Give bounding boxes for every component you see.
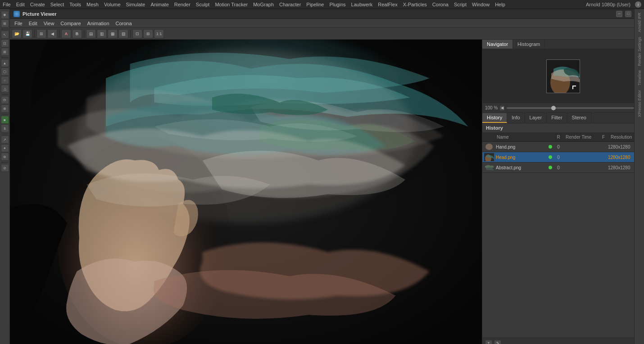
right-panel: Navigator Histogram: [482, 40, 644, 344]
pv-tool-save[interactable]: 💾: [23, 29, 32, 38]
pv-tool-prev[interactable]: ◀: [47, 29, 57, 38]
pv-tool-open[interactable]: 📂: [12, 29, 22, 38]
panel-timeline[interactable]: Timeline: [636, 68, 643, 87]
info-icon[interactable]: i: [635, 1, 641, 8]
pv-menu-animation[interactable]: Animation: [85, 20, 112, 27]
panel-spacer: [482, 231, 644, 338]
tool-btn-5[interactable]: ⊞: [1, 48, 9, 56]
history-row-hand[interactable]: Hand.png 0 1280x1280: [482, 142, 644, 152]
zoom-decrease[interactable]: ◀: [499, 105, 505, 111]
tool-btn-7[interactable]: ⬡: [1, 68, 9, 76]
pv-tool-a[interactable]: A: [61, 29, 71, 38]
pv-tool-checkers[interactable]: ⊞: [36, 29, 46, 38]
layout-label: Arnold 1080p (User): [586, 2, 630, 7]
pv-menu-edit[interactable]: Edit: [26, 20, 40, 27]
tool-btn-17[interactable]: ⊘: [1, 164, 9, 172]
nav-cursor: [572, 86, 576, 89]
menu-x-particles[interactable]: X-Particles: [403, 2, 427, 7]
pv-menu-corona[interactable]: Corona: [113, 20, 135, 27]
render-image: [10, 40, 482, 344]
pv-tool-compare2[interactable]: ▥: [97, 29, 107, 38]
tool-btn-3[interactable]: ↖: [1, 31, 9, 39]
pv-menu-file[interactable]: File: [12, 20, 25, 27]
tab-layer[interactable]: Layer: [525, 113, 547, 123]
tool-btn-6[interactable]: ▲: [1, 59, 9, 67]
panel-arnold-ipr[interactable]: Arnold IPR: [636, 11, 643, 34]
image-area[interactable]: [10, 40, 482, 344]
tab-stereo[interactable]: Stereo: [567, 113, 591, 123]
svg-point-7: [485, 144, 493, 150]
menu-corona[interactable]: Corona: [432, 2, 449, 7]
history-row-head[interactable]: Head.png 0 1280x1280: [482, 152, 644, 163]
pv-menubar: File Edit View Compare Animation Corona: [10, 19, 644, 28]
row-thumb-hand: [484, 143, 494, 151]
minimize-button[interactable]: ─: [616, 11, 622, 17]
nav-thumbnail[interactable]: [546, 59, 580, 93]
tool-btn-14[interactable]: ↗: [1, 136, 9, 144]
tool-btn-8[interactable]: ○: [1, 76, 9, 84]
menu-animate[interactable]: Animate: [150, 2, 168, 7]
panel-xpresso[interactable]: XPresso Editor: [636, 88, 643, 119]
menu-motion-tracker[interactable]: Motion Tracker: [215, 2, 248, 7]
tool-btn-2[interactable]: ⊞: [1, 19, 9, 27]
tool-btn-9[interactable]: △: [1, 85, 9, 93]
zoom-handle[interactable]: [551, 106, 556, 110]
tool-btn-12[interactable]: ■: [1, 116, 9, 124]
pv-menu-view[interactable]: View: [41, 20, 57, 27]
menu-file[interactable]: File: [3, 2, 11, 7]
thumb-hand-image: [484, 143, 494, 151]
maximize-button[interactable]: □: [625, 11, 631, 17]
tab-histogram[interactable]: Histogram: [513, 40, 545, 49]
tab-filter[interactable]: Filter: [547, 113, 567, 123]
menu-window[interactable]: Window: [472, 2, 490, 7]
panel-render-settings[interactable]: Render Settings: [636, 35, 643, 68]
pv-menu-compare[interactable]: Compare: [58, 20, 83, 27]
tool-btn-16[interactable]: ⊚: [1, 153, 9, 161]
row-r-abstract: 0: [554, 165, 563, 170]
row-dot-head: [549, 155, 552, 159]
tool-btn-4[interactable]: ⊡: [1, 39, 9, 47]
tool-btn-15[interactable]: ✦: [1, 144, 9, 152]
menu-tools[interactable]: Tools: [69, 2, 81, 7]
os-menubar: File Edit Create Select Tools Mesh Volum…: [0, 0, 644, 9]
menu-render[interactable]: Render: [174, 2, 190, 7]
thumb-abstract-image: [484, 163, 494, 172]
menu-mograph[interactable]: MoGraph: [253, 2, 274, 7]
nav-tabs: Navigator Histogram: [482, 40, 644, 49]
history-row-abstract[interactable]: Abstract.png 0 1280x1280: [482, 163, 644, 173]
pv-tool-zoom-fit[interactable]: ⊞: [143, 29, 153, 38]
tab-info[interactable]: Info: [507, 113, 525, 123]
thumb-head-image: [484, 153, 494, 161]
menu-create[interactable]: Create: [30, 2, 45, 7]
tool-btn-13[interactable]: $: [1, 124, 9, 132]
menu-sculpt[interactable]: Sculpt: [196, 2, 210, 7]
menu-simulate[interactable]: Simulate: [126, 2, 145, 7]
menu-plugins[interactable]: Plugins: [329, 2, 345, 7]
menu-laubwerk[interactable]: Laubwerk: [351, 2, 373, 7]
right-tool-2[interactable]: ✎: [494, 340, 501, 344]
menu-character[interactable]: Character: [279, 2, 301, 7]
menu-volume[interactable]: Volume: [104, 2, 121, 7]
pv-tool-compare3[interactable]: ▦: [108, 29, 118, 38]
menu-script[interactable]: Script: [454, 2, 467, 7]
menu-help[interactable]: Help: [495, 2, 505, 7]
pv-tool-compare4[interactable]: ▧: [118, 29, 128, 38]
tab-navigator[interactable]: Navigator: [482, 40, 513, 49]
menu-realflex[interactable]: RealFlex: [378, 2, 397, 7]
tab-history[interactable]: History: [482, 113, 507, 123]
right-side-panels: Arnold IPR Render Settings Timeline XPre…: [634, 9, 644, 344]
tool-btn-10[interactable]: ⟳: [1, 96, 9, 104]
history-panel: History Name R Render Time F Resolution: [482, 123, 644, 231]
pv-tool-compare1[interactable]: ▤: [86, 29, 96, 38]
menu-mesh[interactable]: Mesh: [86, 2, 99, 7]
menu-pipeline[interactable]: Pipeline: [306, 2, 324, 7]
menu-select[interactable]: Select: [50, 2, 64, 7]
tool-btn-1[interactable]: ✱: [1, 11, 9, 19]
pv-tool-region[interactable]: ⊡: [132, 29, 142, 38]
pv-tool-zoom-1[interactable]: 1:1: [154, 29, 164, 38]
pv-tool-b[interactable]: B: [72, 29, 82, 38]
right-tool-1[interactable]: T: [485, 340, 492, 344]
tool-btn-11[interactable]: ⊕: [1, 104, 9, 113]
menu-edit[interactable]: Edit: [16, 2, 25, 7]
zoom-slider[interactable]: [507, 107, 634, 109]
